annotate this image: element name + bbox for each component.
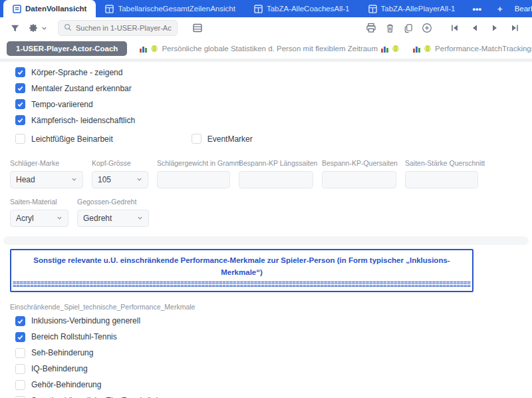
tab-tabellarische-gesamtzeilenansicht[interactable]: TabellarischeGesamtZeilenAnsicht (96, 0, 244, 17)
gegossen-gedreht-select[interactable]: Gedreht (77, 210, 149, 227)
delete-record-icon[interactable] (382, 20, 398, 36)
select-value: Gedreht (83, 214, 112, 223)
checkbox-icon (15, 134, 25, 144)
checkbox-icon (192, 134, 201, 144)
checkbox-icon (15, 83, 25, 93)
kopf-groesse-select[interactable]: 105 (92, 171, 148, 188)
previous-record-icon[interactable] (467, 20, 483, 36)
tennis-ball-icon (392, 45, 400, 53)
checkbox-tempo-variierend[interactable]: Tempo-variierend (15, 99, 532, 109)
view-tab-bar: 1-USER-Player-Actor-Coach Persönliche gl… (0, 39, 532, 59)
view-tab-label: 1-USER-Player-Actor-Coach (16, 45, 118, 53)
checkbox-label: Bereich Rollstuhl-Tennis (31, 332, 117, 341)
field-bespann-kp-quersaiten: Bespann-KP-Quersaiten (322, 159, 396, 188)
chevron-down-icon (41, 22, 47, 34)
racket-field-row: Schläger-Marke Head Kopf-Grösse 105 Schl… (10, 159, 532, 188)
table-icon (254, 5, 263, 13)
form-view-icon (13, 5, 21, 13)
checkbox-icon (15, 332, 25, 342)
bar-chart-icon (139, 45, 148, 53)
checkbox-label: IQ-Behinderung (31, 364, 88, 373)
filter-icon[interactable] (7, 20, 23, 36)
bespann-kp-quersaiten-input[interactable] (322, 171, 396, 188)
checkbox-eventmarker[interactable]: EventMarker (192, 134, 253, 144)
field-label: Schläger-Marke (10, 159, 83, 167)
checkbox-icon (15, 316, 25, 326)
checkbox-label: Leichtfüßige Beinarbeit (31, 134, 113, 144)
record-form: Körper-Sprache - zeigend Mentaler Zustan… (0, 62, 532, 398)
schlaeger-marke-select[interactable]: Head (10, 171, 83, 188)
more-tabs-button[interactable]: ••• (464, 0, 489, 17)
checkbox-koerper-sprache[interactable]: Körper-Sprache - zeigend (15, 67, 532, 77)
search-input[interactable] (76, 24, 172, 32)
checkbox-icon (15, 348, 25, 358)
checkbox-inklusions-verbindung[interactable]: Inklusions-Verbindung generell (15, 316, 532, 326)
checkbox-iq-behinderung[interactable]: IQ-Behinderung (15, 364, 532, 374)
restrictions-field-label: Einschränkende_Spiel_technische_Performa… (10, 303, 532, 311)
bar-chart-icon (380, 45, 389, 53)
checkbox-label: Tempo-variierend (31, 100, 93, 109)
view-tab-user-player-actor-coach[interactable]: 1-USER-Player-Actor-Coach (7, 41, 127, 56)
checkbox-gehoer-behinderung[interactable]: Gehör-Behinderung (15, 380, 532, 390)
field-saiten-staerke: Saiten-Stärke Querschnitt (405, 159, 478, 188)
schlaegergewicht-input[interactable] (157, 171, 230, 188)
checkbox-icon (15, 396, 25, 398)
field-label: Saiten-Stärke Querschnitt (405, 159, 478, 167)
field-bespann-kp-laengssaiten: Bespann-KP Längssaiten (239, 159, 313, 188)
field-label: Gegossen-Gedreht (77, 198, 149, 206)
checkbox-kaempferisch[interactable]: Kämpferisch- leidenschaftlich (15, 115, 532, 125)
checkbox-sonstige-koerperliche[interactable]: Sonstige körperliche Ein-/Beschränkungen (15, 396, 532, 398)
field-gegossen-gedreht: Gegossen-Gedreht Gedreht (77, 198, 149, 227)
saiten-material-select[interactable]: Acryl (10, 210, 68, 227)
bespann-kp-laengssaiten-input[interactable] (239, 171, 313, 188)
last-record-icon[interactable] (507, 20, 523, 36)
print-icon[interactable] (363, 20, 379, 36)
bar-chart-icon (412, 45, 421, 53)
tab-label: TabZA-AllePlayerAll-1 (381, 5, 456, 13)
add-record-icon[interactable] (419, 20, 435, 36)
field-label: Kopf-Grösse (92, 159, 148, 167)
checkbox-label: Seh-Behinderung (31, 348, 93, 357)
settings-menu[interactable] (25, 20, 47, 36)
view-tab-label: Performance-MatchTrackings-Diagramme zu … (435, 45, 532, 53)
add-tab-button[interactable]: + (489, 0, 511, 17)
first-record-icon[interactable] (447, 20, 463, 36)
chevron-down-icon (57, 214, 63, 223)
checkbox-label: Kämpferisch- leidenschaftlich (31, 116, 135, 125)
row-layout-icon[interactable] (190, 20, 205, 36)
next-record-icon[interactable] (487, 20, 503, 36)
view-tab-persoenliche-statistiken[interactable]: Persönliche globale Statistiken d. Perso… (139, 45, 400, 53)
tab-tabza-alleplayerall-1[interactable]: TabZA-AllePlayerAll-1 (359, 0, 465, 17)
field-label: Schlägergewicht in Gramm (157, 159, 230, 167)
duplicate-record-icon[interactable] (400, 20, 416, 36)
inclusion-notice-text: Sonstige relevante u.U. einschränkende P… (31, 255, 452, 279)
checkbox-label: Inklusions-Verbindung generell (31, 316, 140, 325)
tennis-ball-icon (150, 45, 159, 53)
checkbox-icon (15, 99, 25, 109)
chevron-down-icon (71, 175, 77, 184)
gear-icon (25, 20, 41, 36)
checkbox-icon (15, 380, 25, 390)
checkbox-leichtfuessige-beinarbeit[interactable]: Leichtfüßige Beinarbeit (15, 134, 113, 144)
checkbox-seh-behinderung[interactable]: Seh-Behinderung (15, 348, 532, 358)
select-value: Head (16, 175, 35, 184)
chevron-down-icon (136, 175, 142, 184)
view-tab-performance-matchtrackings[interactable]: Performance-MatchTrackings-Diagramme zu … (412, 45, 532, 53)
checkbox-mentaler-zustand[interactable]: Mentaler Zustand erkennbar (15, 83, 532, 93)
table-icon (105, 5, 114, 13)
view-tab-label: Persönliche globale Statistiken d. Perso… (162, 45, 378, 53)
field-schlaeger-marke: Schläger-Marke Head (10, 159, 83, 188)
tab-datenvollansicht[interactable]: DatenVollansicht (3, 0, 96, 17)
tab-label: TabZA-AlleCoachesAll-1 (267, 5, 350, 13)
search-box[interactable] (58, 20, 178, 36)
saiten-staerke-input[interactable] (405, 171, 478, 188)
field-schlaegergewicht: Schlägergewicht in Gramm (157, 159, 230, 188)
field-label: Bespann-KP-Quersaiten (322, 159, 396, 167)
table-icon (368, 5, 377, 13)
chevron-down-icon (137, 214, 143, 223)
checkbox-icon (15, 364, 25, 374)
tab-tabza-allecoachesall-1[interactable]: TabZA-AlleCoachesAll-1 (245, 0, 359, 17)
checkbox-rollstuhl-tennis[interactable]: Bereich Rollstuhl-Tennis (15, 332, 532, 342)
checkbox-label: EventMarker (207, 134, 253, 144)
checkbox-icon (15, 115, 25, 125)
